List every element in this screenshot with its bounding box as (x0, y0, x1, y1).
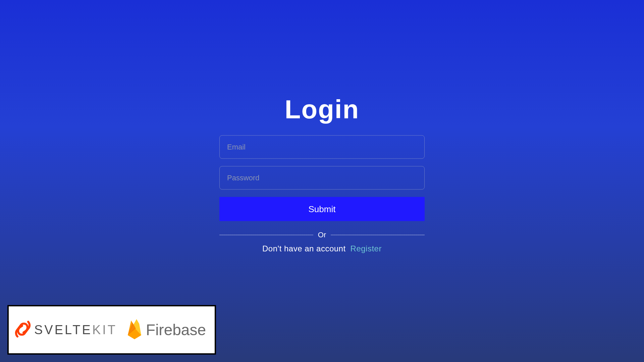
svelte-icon (15, 320, 31, 340)
register-prompt: Don't have an account (262, 244, 346, 253)
divider: Or (219, 231, 425, 239)
email-field[interactable] (219, 135, 425, 159)
divider-text: Or (313, 231, 331, 239)
firebase-icon (126, 318, 143, 342)
submit-button[interactable]: Submit (219, 197, 425, 221)
tech-badge: SVELTEKIT Firebase (7, 305, 216, 355)
divider-line-left (219, 235, 313, 235)
register-link[interactable]: Register (351, 244, 382, 253)
password-field[interactable] (219, 166, 425, 190)
sveltekit-logo-block: SVELTEKIT (15, 320, 117, 340)
divider-line-right (331, 235, 425, 235)
page-title: Login (285, 94, 359, 125)
firebase-label: Firebase (146, 321, 206, 339)
sveltekit-label: SVELTEKIT (34, 323, 117, 337)
firebase-logo-block: Firebase (126, 318, 206, 342)
login-form: Login Submit Or Don't have an account Re… (219, 94, 425, 253)
register-row: Don't have an account Register (262, 244, 382, 253)
